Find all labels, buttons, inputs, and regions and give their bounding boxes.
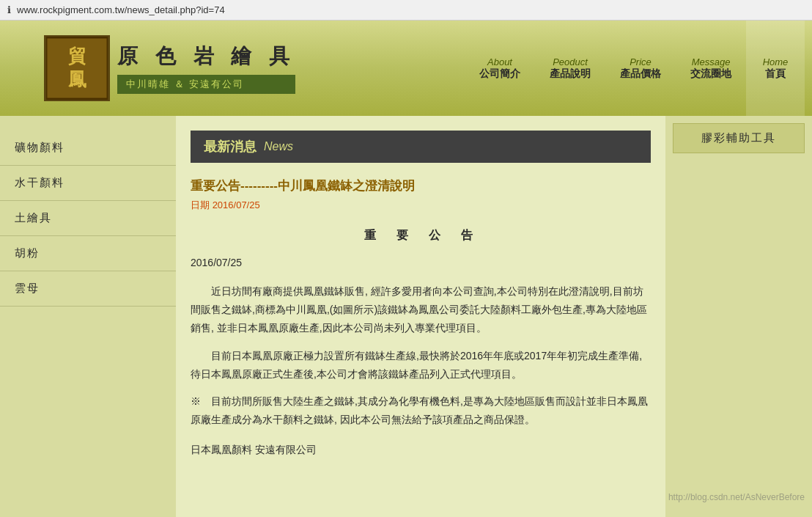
announce-title: 重 要 公 告: [191, 225, 651, 246]
nav-about[interactable]: About 公司簡介: [465, 21, 535, 116]
nav-message-zh: 交流圈地: [690, 67, 731, 81]
svg-text:鳳: 鳳: [68, 69, 86, 89]
nav-home[interactable]: Home 首頁: [746, 21, 805, 116]
nav-price[interactable]: Price 產品價格: [605, 21, 676, 116]
url-text: www.rockpigment.com.tw/news_detail.php?i…: [17, 4, 225, 15]
logo-title: 原 色 岩 繪 具: [117, 43, 295, 70]
nav-product-zh: 產品說明: [550, 67, 591, 81]
nav-message[interactable]: Message 交流圈地: [676, 21, 746, 116]
nav-about-en: About: [487, 56, 512, 67]
date-value: 2016/07/25: [213, 199, 260, 210]
nav-home-en: Home: [763, 56, 789, 67]
sidebar: 礦物顏料 水干顏料 土繪具 胡粉 雲母: [0, 116, 176, 517]
news-title-en: News: [264, 140, 293, 153]
article-body: 重 要 公 告 2016/07/25 近日坊間有廠商提供鳳凰鐵缽販售, 經許多愛…: [191, 225, 651, 429]
right-panel: 膠彩輔助工具: [665, 116, 812, 517]
header-left: 貿 鳳 原 色 岩 繪 具 中川晴雄 ＆ 安遠有公司: [0, 35, 352, 101]
nav-product[interactable]: Peoduct 產品說明: [535, 21, 605, 116]
article-date: 日期 2016/07/25: [191, 199, 651, 212]
main-layout: 礦物顏料 水干顏料 土繪具 胡粉 雲母 最新消息 News 重要公告------…: [0, 116, 812, 517]
sidebar-item-mineral[interactable]: 礦物顏料: [0, 131, 176, 166]
browser-bar: ℹ www.rockpigment.com.tw/news_detail.php…: [0, 0, 812, 21]
article-para1: 近日坊間有廠商提供鳳凰鐵缽販售, 經許多愛用者向本公司查詢,本公司特別在此澄清說…: [191, 282, 651, 338]
right-panel-title: 膠彩輔助工具: [673, 123, 805, 153]
sidebar-item-dogu[interactable]: 土繪具: [0, 201, 176, 236]
article-title: 重要公告---------中川鳳凰鐵缽之澄清說明: [191, 177, 651, 194]
news-header-bar: 最新消息 News: [191, 131, 651, 163]
logo-seal: 貿 鳳: [44, 35, 110, 101]
site-nav: About 公司簡介 Peoduct 產品說明 Price 產品價格 Messa…: [352, 21, 812, 116]
info-icon: ℹ: [7, 4, 11, 15]
logo-subtitle: 中川晴雄 ＆ 安遠有公司: [117, 75, 295, 94]
nav-price-zh: 產品價格: [620, 67, 661, 81]
logo-text-area: 原 色 岩 繪 具 中川晴雄 ＆ 安遠有公司: [117, 43, 295, 94]
nav-home-zh: 首頁: [765, 67, 786, 81]
nav-about-zh: 公司簡介: [479, 67, 520, 81]
date-label: 日期: [191, 199, 210, 210]
site-header: 貿 鳳 原 色 岩 繪 具 中川晴雄 ＆ 安遠有公司 About 公司簡介 Pe…: [0, 21, 812, 116]
sidebar-item-suikan[interactable]: 水干顏料: [0, 166, 176, 201]
nav-product-en: Peoduct: [553, 56, 588, 67]
logo-box: 貿 鳳 原 色 岩 繪 具 中川晴雄 ＆ 安遠有公司: [44, 35, 295, 101]
nav-price-en: Price: [630, 56, 652, 67]
sidebar-item-cloud[interactable]: 雲母: [0, 271, 176, 307]
content-area: 最新消息 News 重要公告---------中川鳳凰鐵缽之澄清說明 日期 20…: [176, 116, 665, 517]
article-notice: ※ 目前坊間所販售大陸生產之鐵缽,其成分為化學有機色料,是專為大陸地區販售而設計…: [191, 392, 651, 429]
article-date-line: 2016/07/25: [191, 254, 651, 272]
svg-text:貿: 貿: [68, 45, 86, 66]
sidebar-item-gofen[interactable]: 胡粉: [0, 236, 176, 271]
article-footer: 日本鳳凰顏料 安遠有限公司: [191, 444, 651, 457]
nav-message-en: Message: [692, 56, 731, 67]
article-para2: 目前日本鳳凰原廠正極力設置所有鐵缽生產線,最快將於2016年年底或2017年年初…: [191, 347, 651, 384]
news-title-zh: 最新消息: [204, 138, 256, 155]
